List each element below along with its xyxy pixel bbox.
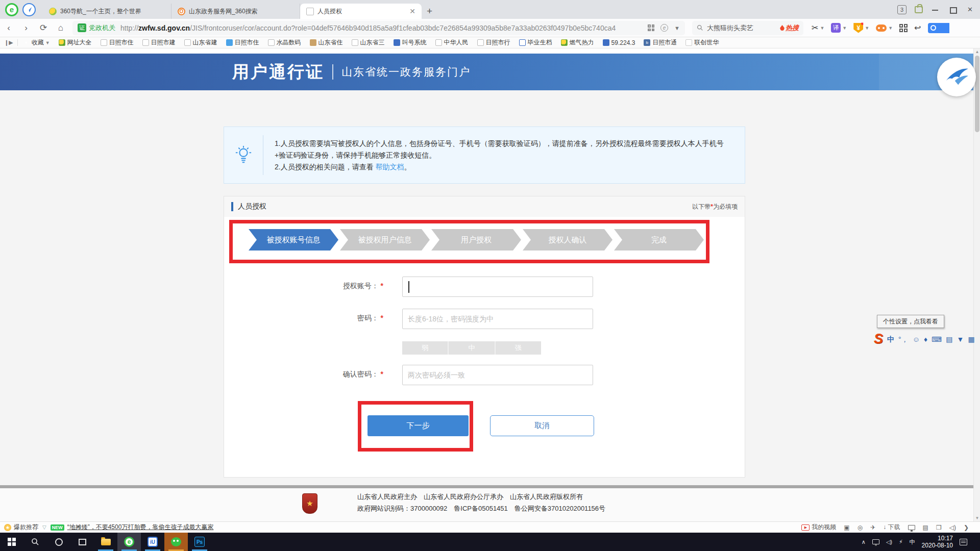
- ime-toolbox-icon[interactable]: ▦: [968, 336, 974, 343]
- ime-punctuation-icon[interactable]: °，: [898, 336, 909, 343]
- bookmark-item[interactable]: 山东省住: [310, 38, 343, 47]
- mute-icon[interactable]: ◁): [949, 524, 956, 531]
- site-cert-icon[interactable]: 证: [78, 23, 86, 32]
- address-bar[interactable]: 证 党政机关 http://zwfw.sd.gov.cn/JIS/frontco…: [72, 21, 685, 35]
- target-icon[interactable]: ◎: [857, 524, 863, 531]
- page-scrollbar[interactable]: ▲ ▼: [973, 48, 980, 521]
- shopping-bag-icon[interactable]: [915, 6, 923, 13]
- ime-mic-icon[interactable]: ♦: [924, 336, 927, 343]
- ime-clipboard-icon[interactable]: ▤: [946, 336, 952, 343]
- back-button[interactable]: ‹: [0, 23, 17, 33]
- bookmark-item[interactable]: 日照市住: [101, 38, 134, 47]
- ime-mode-toggle[interactable]: 中: [887, 336, 894, 343]
- refresh-button[interactable]: ⟳: [35, 22, 52, 33]
- account-input[interactable]: [402, 277, 593, 297]
- apps-grid-tool[interactable]: [899, 24, 908, 32]
- file-explorer-button[interactable]: [94, 533, 117, 551]
- new-tab-button[interactable]: +: [427, 6, 432, 17]
- photoshop-button[interactable]: Ps: [188, 533, 211, 551]
- compat-mode-icon[interactable]: e: [660, 24, 668, 32]
- bookmark-item[interactable]: 59.224.3: [603, 39, 635, 46]
- qr-code-icon[interactable]: [648, 24, 654, 31]
- window-maximize-button[interactable]: [948, 6, 958, 13]
- tab-person-auth-active[interactable]: 人员授权 ✕: [300, 4, 422, 19]
- home-button[interactable]: ⌂: [52, 23, 69, 33]
- iu-app-button[interactable]: iU: [141, 533, 164, 551]
- bookmark-item[interactable]: 叫号系统: [394, 38, 427, 47]
- taskbar-clock[interactable]: 10:17 2020-08-10: [922, 535, 953, 549]
- bookmark-item[interactable]: 燃气热力: [561, 38, 594, 47]
- bookmark-item[interactable]: 山东省三: [352, 38, 385, 47]
- ime-emoji-icon[interactable]: ☺: [913, 336, 920, 343]
- expand-chevron-icon[interactable]: ❯: [964, 524, 969, 531]
- ime-settings-tooltip[interactable]: 个性设置，点我看看: [877, 315, 944, 328]
- start-button[interactable]: [0, 533, 23, 551]
- scroll-up-icon[interactable]: ▲: [974, 49, 980, 54]
- password-input[interactable]: [402, 309, 593, 329]
- coupon-tool[interactable]: ¥▼: [853, 23, 869, 33]
- site-cert-label[interactable]: 党政机关: [89, 23, 115, 33]
- action-center-icon[interactable]: [960, 539, 967, 545]
- ime-skin-icon[interactable]: ▼: [957, 336, 964, 343]
- plane-icon[interactable]: ✈: [870, 524, 875, 531]
- tray-display-icon[interactable]: [872, 539, 879, 544]
- search-query[interactable]: 大熊猫街头卖艺: [707, 23, 780, 33]
- hot-pick-label[interactable]: 爆款推荐: [14, 523, 38, 532]
- bookmark-item[interactable]: 网址大全: [59, 38, 92, 47]
- translate-tool[interactable]: 译▼: [831, 23, 847, 33]
- sogou-logo-icon[interactable]: S: [874, 332, 883, 346]
- confirm-password-input[interactable]: [402, 365, 593, 385]
- bookmark-item[interactable]: 中华人民: [435, 38, 469, 47]
- tab-360-nav[interactable]: 360导航_一个主页，整个世界: [43, 4, 172, 19]
- url-text[interactable]: http://zwfw.sd.gov.cn/JIS/frontcoruser/c…: [120, 24, 643, 32]
- feed-toggle-icon[interactable]: ▽: [42, 524, 46, 530]
- browser-logo-icon[interactable]: e: [5, 3, 18, 16]
- window-minimize-button[interactable]: [931, 6, 940, 13]
- cortana-button[interactable]: [47, 533, 70, 551]
- scroll-down-icon[interactable]: ▼: [974, 516, 980, 520]
- tray-volume-icon[interactable]: ◁): [886, 539, 892, 545]
- recent-tabs-count-badge[interactable]: 3: [897, 5, 906, 14]
- cast-screen-icon[interactable]: [908, 525, 915, 530]
- sogou-ime-bar[interactable]: S 中 °， ☺ ♦ ⌨ ▤ ▼ ▦: [874, 332, 975, 346]
- nav-compass-icon[interactable]: [22, 3, 36, 16]
- browser-360-button[interactable]: e: [117, 533, 141, 551]
- screenshot-tool[interactable]: ✂▼: [812, 23, 824, 33]
- tray-network-icon[interactable]: ⚡: [899, 539, 903, 545]
- search-box[interactable]: 大熊猫街头卖艺 热搜: [692, 21, 803, 35]
- sidebar-toggle-icon[interactable]: ❙▶: [4, 39, 18, 46]
- window-split-icon[interactable]: ❒: [936, 524, 942, 531]
- bookmark-item[interactable]: 日照市建: [142, 38, 176, 47]
- hot-search-label[interactable]: 热搜: [780, 23, 799, 33]
- bookmark-item[interactable]: ◍毕业生档: [519, 38, 552, 47]
- tab-close-icon[interactable]: ✕: [409, 7, 415, 15]
- ime-keyboard-icon[interactable]: ⌨: [932, 336, 942, 343]
- my-video-button[interactable]: ▶我的视频: [801, 523, 836, 532]
- history-back-tool[interactable]: ↩: [914, 23, 921, 33]
- forward-button[interactable]: ›: [17, 23, 35, 33]
- download-button[interactable]: ↓ 下载: [883, 523, 900, 532]
- favorites-menu[interactable]: ★收藏▼: [23, 38, 50, 47]
- cancel-button[interactable]: 取消: [490, 415, 594, 436]
- bookmark-item[interactable]: IC联创世华: [685, 38, 719, 47]
- tab-360-search[interactable]: O 山东政务服务网_360搜索: [172, 4, 300, 19]
- bookmark-item[interactable]: b日照市通: [644, 38, 677, 47]
- wechat-button[interactable]: [164, 533, 188, 551]
- bookmark-item[interactable]: 日照市行: [477, 38, 510, 47]
- games-tool[interactable]: ▼: [876, 24, 893, 32]
- promo-badge[interactable]: [928, 23, 949, 33]
- scrollbar-thumb[interactable]: [975, 56, 979, 132]
- task-view-button[interactable]: [70, 533, 94, 551]
- bookmark-item[interactable]: 日照市住: [226, 38, 259, 47]
- feed-headline-link[interactable]: “地摊矮”，不要4500万打胎费，靠偷生孩子成最大赢家: [67, 523, 214, 532]
- window-close-button[interactable]: [966, 6, 975, 13]
- taskbar-search-button[interactable]: [23, 533, 47, 551]
- tray-ime-mode[interactable]: 中: [910, 538, 915, 546]
- reader-icon[interactable]: ▤: [923, 524, 928, 531]
- next-step-button[interactable]: 下一步: [368, 415, 469, 436]
- help-doc-link[interactable]: 帮助文档: [376, 163, 404, 171]
- photo-icon[interactable]: ▣: [844, 524, 849, 531]
- bookmark-item[interactable]: 水晶数码: [268, 38, 301, 47]
- url-dropdown-icon[interactable]: ▼: [674, 25, 680, 31]
- bookmark-item[interactable]: 山东省建: [184, 38, 217, 47]
